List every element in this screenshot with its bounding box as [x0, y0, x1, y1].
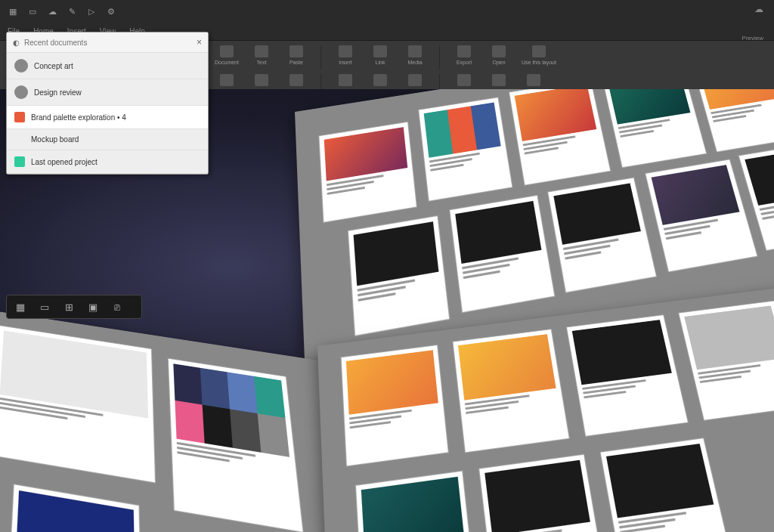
- right-label: Preview: [742, 35, 763, 42]
- asset-card[interactable]: [478, 454, 606, 532]
- window-icon[interactable]: ⊞: [63, 301, 75, 313]
- ribbon-text-icon[interactable]: Text: [249, 45, 274, 65]
- play-icon[interactable]: ▷: [86, 6, 97, 17]
- panel-item[interactable]: Brand palette exploration • 4: [7, 106, 208, 129]
- asset-card[interactable]: [355, 471, 477, 532]
- recent-panel: ◐ × Concept artDesign reviewBrand palett…: [6, 32, 209, 175]
- ribbon-row-1: DocumentTextPasteInsertLinkMediaExportOp…: [215, 45, 766, 70]
- search-icon: ◐: [13, 39, 20, 47]
- panel-item[interactable]: Design review: [7, 79, 208, 106]
- asset-card[interactable]: [509, 89, 611, 186]
- asset-card[interactable]: [452, 329, 569, 453]
- asset-card[interactable]: [645, 159, 758, 272]
- asset-card[interactable]: [566, 314, 689, 437]
- doc-icon[interactable]: ▭: [39, 301, 51, 313]
- panel-item[interactable]: Last opened project: [7, 150, 208, 174]
- search-input[interactable]: [24, 39, 192, 47]
- close-icon[interactable]: ×: [197, 37, 202, 48]
- ribbon-doc-icon[interactable]: Document: [215, 45, 239, 65]
- ribbon-paste-icon[interactable]: Paste: [284, 45, 308, 65]
- ribbon-insert-icon[interactable]: Insert: [333, 45, 358, 65]
- panel-item[interactable]: Concept art: [7, 53, 208, 79]
- asset-card[interactable]: [449, 195, 555, 313]
- asset-card[interactable]: [418, 97, 512, 201]
- screen-icon[interactable]: ⎚: [111, 301, 123, 313]
- asset-card[interactable]: [318, 122, 417, 223]
- asset-card[interactable]: [341, 345, 449, 466]
- gear-icon[interactable]: ⚙: [106, 6, 116, 17]
- floating-toolbar: ▦ ▭ ⊞ ▣ ⎚: [6, 295, 142, 319]
- asset-card[interactable]: [600, 438, 733, 532]
- edit-icon[interactable]: ✎: [67, 6, 77, 17]
- asset-card[interactable]: [602, 89, 707, 168]
- ribbon-open-icon[interactable]: Open: [487, 45, 511, 65]
- ribbon-link-icon[interactable]: Link: [368, 45, 392, 65]
- asset-card[interactable]: [168, 358, 304, 532]
- asset-card[interactable]: [678, 301, 774, 421]
- panel-search: ◐ ×: [7, 32, 208, 53]
- asset-card[interactable]: [8, 484, 142, 532]
- apps-icon[interactable]: ▦: [14, 301, 26, 313]
- title-bar: ▦ ▭ ☁ ✎ ▷ ⚙ ☁: [0, 0, 774, 23]
- save-icon[interactable]: ▣: [87, 301, 99, 313]
- asset-card[interactable]: [348, 215, 450, 336]
- panel-item[interactable]: Mockup board: [7, 129, 208, 150]
- cloud-icon[interactable]: ☁: [47, 6, 57, 17]
- doc-icon[interactable]: ▭: [27, 6, 38, 17]
- ribbon-media-icon[interactable]: Media: [403, 45, 427, 65]
- asset-card[interactable]: [547, 178, 657, 293]
- sync-icon[interactable]: ☁: [754, 4, 763, 14]
- asset-card[interactable]: [0, 325, 156, 483]
- ribbon-layout-icon[interactable]: Use this layout: [522, 45, 556, 65]
- ribbon-export-icon[interactable]: Export: [452, 45, 476, 65]
- grid-icon[interactable]: ▦: [8, 6, 18, 17]
